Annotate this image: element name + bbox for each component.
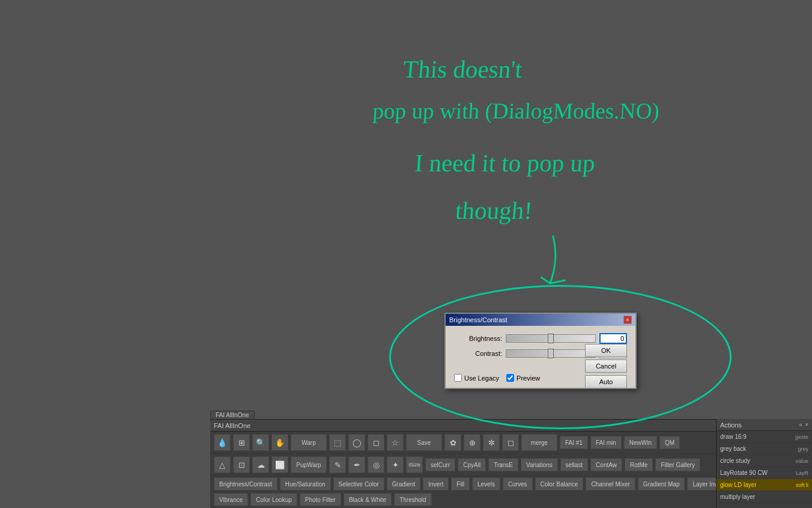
layer-visibility-0[interactable] (4, 71, 13, 81)
use-legacy-checkbox[interactable] (454, 374, 462, 382)
tool-erase[interactable]: ◻ (502, 434, 519, 451)
action-layrotate[interactable]: LayRotate 90 CWLayR (717, 467, 812, 479)
preset-color-lookup[interactable]: Color Lookup (250, 493, 297, 506)
opacity-input[interactable] (91, 34, 115, 43)
filter-icon-image[interactable]: 🖼 (42, 18, 53, 29)
preset-curves[interactable]: Curves (503, 477, 533, 491)
layer-row[interactable]: Layer 1 (0, 90, 174, 119)
link-layers-btn[interactable]: 🔗 (8, 388, 21, 401)
layer-visibility-1[interactable] (4, 100, 13, 109)
adjustment-btn[interactable]: ◑ (80, 388, 93, 401)
tool-triangle[interactable]: △ (214, 456, 231, 473)
tool-smudge[interactable]: ☁ (252, 456, 269, 473)
new-win-btn[interactable]: NewWin (624, 436, 657, 449)
tool-lasso[interactable]: ◎ (368, 456, 384, 473)
opacity-arrow[interactable]: ▼ (117, 36, 122, 41)
qm-btn[interactable]: QM (659, 436, 680, 449)
filter-icon-smart[interactable]: ▥ (95, 18, 106, 29)
tool-pen[interactable]: ✒ (348, 456, 365, 473)
layer-row[interactable]: ☀ Brightness/Contrast 1 (0, 61, 174, 90)
preset-selective-color[interactable]: Selective Color (333, 477, 384, 491)
transe-btn[interactable]: TransE (488, 458, 518, 471)
tool-rect[interactable]: ◻ (368, 434, 384, 451)
tool-save[interactable]: Save (406, 434, 442, 451)
add-mask-btn[interactable]: ⬚ (56, 388, 69, 401)
new-layer-btn[interactable]: 📄 (129, 388, 142, 401)
tab-paths[interactable]: Paths (72, 2, 96, 13)
add-style-btn[interactable]: fx (32, 388, 45, 401)
dialog-close-button[interactable]: × (623, 316, 632, 324)
action-multiply[interactable]: multiply layer (717, 491, 812, 503)
layer-row[interactable]: Background 🔒 (0, 119, 174, 148)
mini-panel-2-close[interactable]: × (191, 104, 194, 110)
preset-threshold[interactable]: Threshold (394, 493, 431, 506)
preset-invert[interactable]: Invert (423, 477, 449, 491)
tool-grid[interactable]: ⊞ (233, 434, 250, 451)
tool-pupwarp[interactable]: PupWarp (291, 456, 327, 473)
tool-drop[interactable]: 💧 (214, 434, 231, 451)
tool-path[interactable]: ✎ (329, 456, 346, 473)
tool-warp[interactable]: Warp (291, 434, 327, 451)
variations-btn[interactable]: Variations (521, 458, 558, 471)
tool-isize[interactable]: iSize (406, 456, 423, 473)
cpyall-btn[interactable]: CpyAll (458, 458, 486, 471)
selcurr-btn[interactable]: selCurr (425, 458, 455, 471)
preset-channel-mixer[interactable]: Channel Mixer (586, 477, 635, 491)
preset-photo-filter[interactable]: Photo Filter (300, 493, 341, 506)
tool-crop[interactable]: ⊡ (233, 456, 250, 473)
sellast-btn[interactable]: sellast (560, 458, 588, 471)
preset-gradient[interactable]: Gradient (387, 477, 420, 491)
tab-channels[interactable]: Channels (33, 2, 68, 13)
tool-clone[interactable]: ⊕ (464, 434, 480, 451)
lock-paint[interactable]: ✏ (34, 47, 44, 58)
preset-color-balance[interactable]: Color Balance (535, 477, 584, 491)
action-draw-16-9[interactable]: draw 16:9geste (717, 431, 812, 443)
preset-hue-saturation[interactable]: Hue/Saturation (280, 477, 331, 491)
tool-merge[interactable]: merge (521, 434, 557, 451)
preset-fill[interactable]: Fill (451, 477, 470, 491)
contrast-slider[interactable] (506, 349, 596, 358)
preset-black-white[interactable]: Black & White (344, 493, 392, 506)
lock-all[interactable]: 🔒 (58, 47, 68, 58)
action-circle-study[interactable]: circle studyvalue (717, 455, 812, 467)
contaw-btn[interactable]: ContAw (590, 458, 622, 471)
delete-layer-btn[interactable]: 🗑 (153, 388, 166, 401)
preset-brightness-contrast[interactable]: Brightness/Contrast (214, 477, 277, 491)
ok-button[interactable]: OK (585, 344, 627, 357)
fai-min-btn[interactable]: FAI min (590, 436, 622, 449)
actions-collapse-btn[interactable]: « (799, 421, 803, 428)
tool-brush[interactable]: ✿ (444, 434, 461, 451)
rotme-btn[interactable]: RotMe (625, 458, 653, 471)
preset-vibrance[interactable]: Vibrance (214, 493, 248, 506)
cancel-button[interactable]: Cancel (585, 360, 627, 373)
preview-checkbox[interactable] (506, 374, 514, 382)
lock-transparency[interactable]: ⬚ (22, 47, 32, 58)
tool-ellipse[interactable]: ◯ (348, 434, 365, 451)
brightness-input[interactable] (599, 333, 627, 344)
lock-position[interactable]: ✛ (46, 47, 56, 58)
auto-button[interactable]: Auto (585, 375, 627, 388)
filter-icon-adjust[interactable]: ◐ (55, 18, 66, 29)
filter-icon-shape[interactable]: ◻ (82, 18, 92, 29)
tool-obj[interactable]: ⬜ (271, 456, 288, 473)
action-glow-ld[interactable]: glow LD layersoft li (717, 479, 812, 491)
fai1-btn[interactable]: FAI #1 (560, 436, 588, 449)
tab-layers[interactable]: Layers (2, 2, 29, 13)
blend-mode-select[interactable]: Normal (4, 34, 64, 44)
tool-hand[interactable]: ✋ (271, 434, 288, 451)
preset-levels[interactable]: Levels (472, 477, 500, 491)
fill-arrow[interactable]: ▼ (165, 50, 170, 56)
fill-input[interactable] (138, 49, 162, 58)
tool-star[interactable]: ☆ (387, 434, 404, 451)
layer-visibility-2[interactable] (4, 129, 13, 138)
action-grey-back[interactable]: grey backgrey (717, 443, 812, 455)
actions-close-btn[interactable]: × (805, 421, 808, 428)
filter-gallery-btn[interactable]: Filter Gallery (655, 458, 700, 471)
filter-icon-type[interactable]: T (68, 18, 79, 29)
filter-select[interactable]: Kind (4, 19, 40, 29)
tool-heal[interactable]: ✼ (483, 434, 500, 451)
new-group-btn[interactable]: 📁 (105, 388, 118, 401)
tool-zoom[interactable]: 🔍 (252, 434, 269, 451)
tool-magic-wand[interactable]: ✦ (387, 456, 404, 473)
tool-marquee[interactable]: ⬚ (329, 434, 346, 451)
